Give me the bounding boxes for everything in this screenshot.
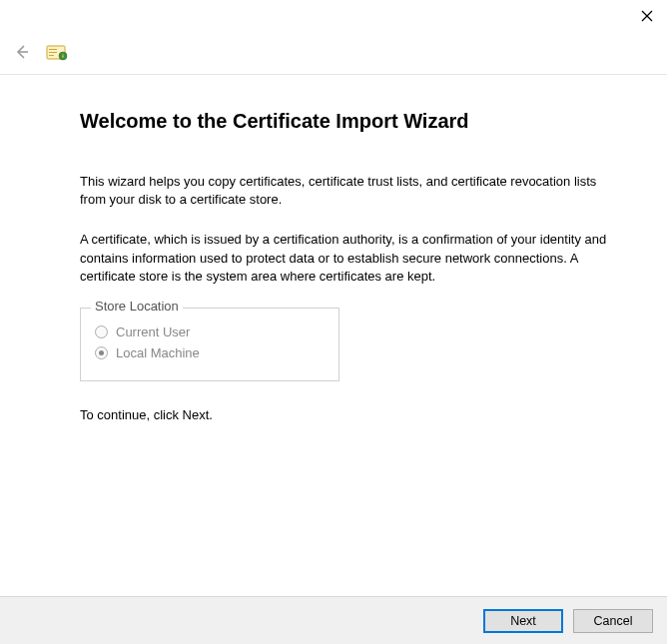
radio-current-user[interactable]: Current User: [95, 324, 325, 339]
wizard-footer: Next Cancel: [0, 596, 667, 644]
certificate-icon: [46, 43, 68, 61]
radio-icon: [95, 346, 108, 359]
svg-rect-4: [49, 49, 57, 50]
cancel-button[interactable]: Cancel: [573, 609, 653, 633]
close-icon[interactable]: [637, 6, 657, 26]
wizard-content: Welcome to the Certificate Import Wizard…: [80, 110, 607, 422]
store-location-legend: Store Location: [91, 299, 183, 314]
radio-label: Current User: [116, 324, 190, 339]
explanation-text: A certificate, which is issued by a cert…: [80, 231, 607, 286]
wizard-header: [0, 30, 667, 75]
svg-rect-6: [49, 55, 54, 56]
back-arrow-icon: [12, 42, 32, 62]
store-location-group: Store Location Current User Local Machin…: [80, 308, 339, 381]
next-button[interactable]: Next: [483, 609, 563, 633]
radio-local-machine[interactable]: Local Machine: [95, 345, 325, 360]
continue-hint: To continue, click Next.: [80, 407, 607, 422]
page-title: Welcome to the Certificate Import Wizard: [80, 110, 607, 133]
svg-rect-5: [49, 52, 57, 53]
radio-icon: [95, 325, 108, 338]
intro-text: This wizard helps you copy certificates,…: [80, 173, 607, 209]
radio-label: Local Machine: [116, 345, 200, 360]
